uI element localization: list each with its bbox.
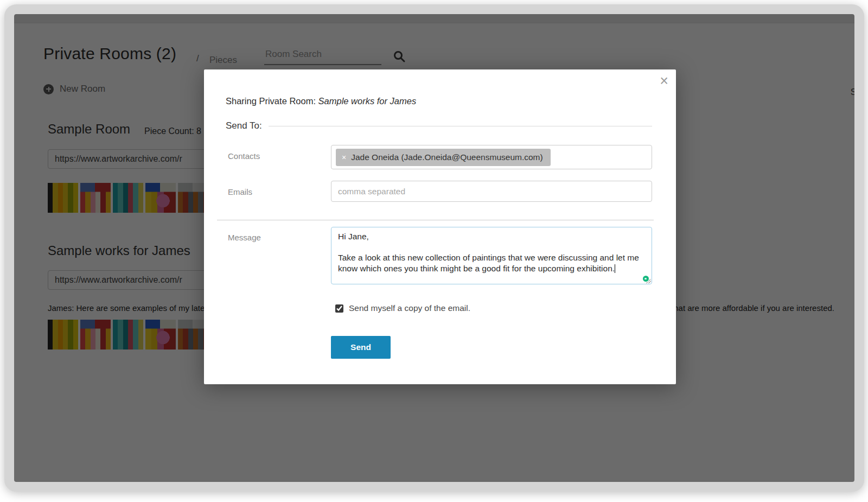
modal-title: Sharing Private Room: Sample works for J… bbox=[226, 96, 416, 106]
emails-label: Emails bbox=[228, 187, 252, 196]
contact-chip: × Jade Oneida (Jade.Oneida@Queensmuseum.… bbox=[336, 149, 551, 166]
resize-grip-icon[interactable] bbox=[646, 278, 651, 283]
chip-remove-icon[interactable]: × bbox=[336, 153, 351, 162]
contacts-input[interactable]: × Jade Oneida (Jade.Oneida@Queensmuseum.… bbox=[331, 145, 652, 169]
emails-input[interactable] bbox=[331, 181, 652, 202]
modal-title-room-name: Sample works for James bbox=[318, 96, 417, 106]
send-copy-label: Send myself a copy of the email. bbox=[349, 303, 470, 313]
contacts-label: Contacts bbox=[228, 151, 260, 161]
text-cursor bbox=[615, 264, 615, 273]
modal-title-prefix: Sharing Private Room: bbox=[226, 96, 318, 106]
send-to-label: Send To: bbox=[226, 120, 262, 131]
send-to-divider bbox=[269, 126, 652, 126]
sharing-modal: × Sharing Private Room: Sample works for… bbox=[204, 69, 676, 384]
close-icon[interactable]: × bbox=[660, 72, 668, 91]
send-to-row: Send To: bbox=[226, 120, 652, 131]
copy-checkbox-row: Send myself a copy of the email. bbox=[335, 303, 470, 313]
message-label: Message bbox=[228, 233, 261, 242]
send-copy-checkbox[interactable] bbox=[335, 304, 343, 313]
message-textarea[interactable]: Hi Jane, Take a look at this new collect… bbox=[331, 227, 652, 284]
app-window: Private Rooms (2) / Pieces S New Room Sa… bbox=[4, 4, 864, 492]
contact-chip-text: Jade Oneida (Jade.Oneida@Queensmuseum.co… bbox=[351, 152, 550, 162]
send-button[interactable]: Send bbox=[331, 336, 391, 359]
private-rooms-page: Private Rooms (2) / Pieces S New Room Sa… bbox=[14, 14, 854, 482]
message-text: Hi Jane, Take a look at this new collect… bbox=[331, 227, 652, 284]
modal-divider bbox=[217, 220, 654, 220]
